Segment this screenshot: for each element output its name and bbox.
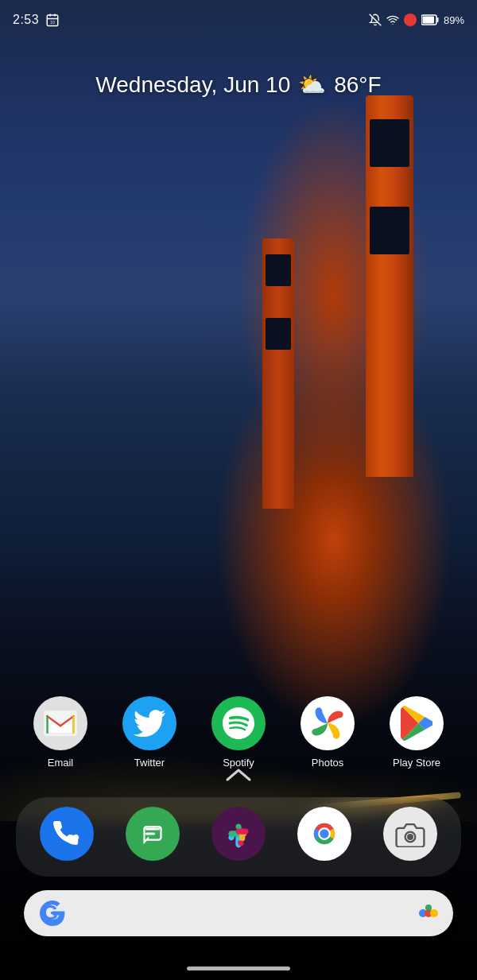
svg-rect-8 [422,17,434,24]
wifi-icon [386,14,399,26]
google-logo: G [40,901,65,926]
svg-point-24 [425,904,432,911]
dock-slack[interactable] [211,807,266,867]
app-email[interactable]: Email [25,696,96,769]
status-time: 2:53 [13,13,39,27]
date-weather-widget: Wednesday, Jun 10 ⛅ 86°F [0,72,477,98]
battery-percentage: 89% [444,14,464,26]
search-bar[interactable]: G [24,890,453,936]
bell-muted-icon [369,14,382,26]
status-right: 89% [369,14,464,26]
svg-text:10: 10 [50,20,55,25]
google-assistant-icon[interactable] [417,901,440,925]
email-label: Email [48,757,74,769]
email-icon[interactable] [33,696,87,750]
chrome-icon[interactable] [297,807,351,861]
svg-point-23 [430,909,438,917]
dock [16,797,461,877]
phone-icon[interactable] [40,807,94,861]
battery-icon [421,14,439,25]
app-playstore[interactable]: Play Store [381,696,452,769]
twitter-icon[interactable] [122,696,176,750]
slack-icon[interactable] [211,807,266,861]
dock-chrome[interactable] [297,807,351,867]
svg-rect-10 [46,715,48,733]
photos-label: Photos [312,757,343,769]
temperature-label: 86°F [334,72,381,98]
dock-messages[interactable] [126,807,180,867]
svg-point-19 [407,834,413,840]
messages-icon[interactable] [126,807,180,861]
svg-rect-11 [72,715,74,733]
svg-text:G: G [42,901,58,924]
dock-camera[interactable] [383,807,437,867]
camera-icon[interactable] [383,807,437,861]
app-row-main: Email Twitter Spotify [16,696,461,769]
dock-phone[interactable] [40,807,94,867]
date-text: Wednesday, Jun 10 ⛅ 86°F [0,72,477,98]
bridge-tower-left [262,238,294,509]
svg-point-17 [320,829,328,838]
app-twitter[interactable]: Twitter [114,696,185,769]
photos-icon[interactable] [301,696,355,750]
swipe-up-indicator[interactable] [224,767,253,783]
spotify-icon[interactable] [211,696,266,750]
status-bar: 2:53 10 [0,0,477,40]
status-left: 2:53 10 [13,13,60,27]
recording-icon [404,14,417,26]
twitter-label: Twitter [134,757,165,769]
svg-rect-7 [436,17,438,22]
home-indicator [187,966,290,970]
app-spotify[interactable]: Spotify [203,696,274,769]
playstore-label: Play Store [393,757,440,769]
weather-icon: ⛅ [298,72,326,98]
playstore-icon[interactable] [390,696,444,750]
app-grid: Email Twitter Spotify [0,696,477,773]
date-label: Wednesday, Jun 10 [95,72,290,98]
bridge-tower-right [366,95,413,477]
calendar-icon: 10 [45,13,60,27]
app-photos[interactable]: Photos [292,696,363,769]
svg-line-5 [370,14,382,26]
